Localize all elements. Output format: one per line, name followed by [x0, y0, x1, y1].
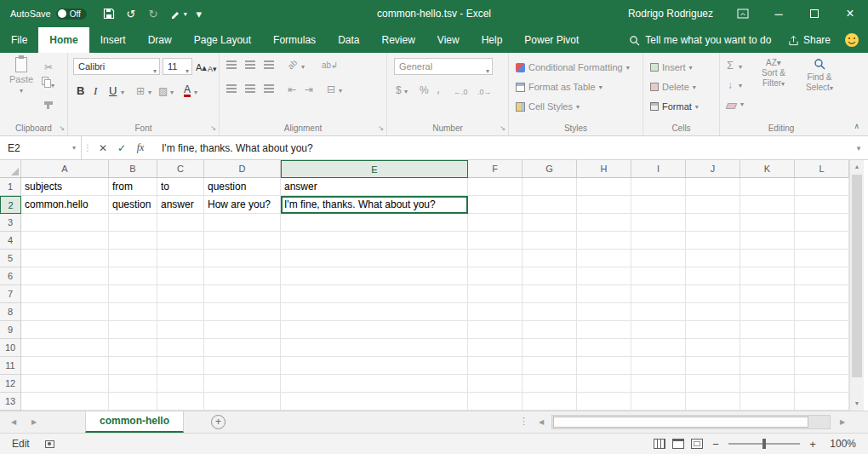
grow-font-button[interactable]: A▴: [196, 60, 207, 75]
cell-I4[interactable]: [631, 232, 686, 250]
cell-D3[interactable]: [204, 214, 281, 232]
row-header-4[interactable]: 4: [0, 232, 21, 250]
cell-B13[interactable]: [109, 393, 157, 411]
cell-I9[interactable]: [631, 321, 686, 339]
cell-G12[interactable]: [523, 375, 577, 393]
close-button[interactable]: ×: [832, 0, 868, 27]
cell-G1[interactable]: [523, 178, 577, 196]
merge-center-dropdown-icon[interactable]: ▾: [339, 87, 342, 95]
cell-H13[interactable]: [577, 393, 631, 411]
cell-B1[interactable]: from: [109, 178, 157, 196]
cell-B2[interactable]: question: [109, 196, 157, 214]
zoom-slider[interactable]: [728, 443, 800, 445]
autosum-button[interactable]: Σ: [727, 59, 734, 72]
horizontal-scrollbar-thumb[interactable]: [553, 417, 808, 428]
sort-filter-button[interactable]: AZ▾ Sort & Filter▾: [752, 58, 795, 89]
vertical-scrollbar[interactable]: ▲ ▼: [849, 160, 864, 411]
comma-style-button[interactable]: ,: [437, 82, 440, 95]
zoom-percentage[interactable]: 100%: [825, 438, 856, 450]
cell-G8[interactable]: [523, 303, 577, 321]
cell-J12[interactable]: [686, 375, 740, 393]
insert-dropdown-icon[interactable]: ▾: [689, 64, 693, 72]
cell-C12[interactable]: [157, 375, 204, 393]
customize-qat-button[interactable]: ▾: [189, 3, 209, 24]
cell-K7[interactable]: [740, 285, 795, 303]
number-format-combo[interactable]: General▾: [394, 58, 493, 75]
align-right-button[interactable]: [264, 83, 274, 95]
cut-button[interactable]: ✂: [44, 60, 53, 74]
column-header-B[interactable]: B: [109, 160, 157, 178]
cell-L7[interactable]: [795, 285, 849, 303]
cell-A10[interactable]: [21, 339, 109, 357]
cell-E11[interactable]: [281, 357, 468, 375]
view-normal-button[interactable]: [654, 439, 665, 449]
cell-C7[interactable]: [157, 285, 204, 303]
autosum-dropdown-icon[interactable]: ▾: [739, 63, 742, 71]
cell-D11[interactable]: [204, 357, 281, 375]
row-header-2[interactable]: 2: [0, 196, 21, 214]
tab-data[interactable]: Data: [327, 27, 370, 53]
cell-I1[interactable]: [631, 178, 686, 196]
zoom-slider-thumb[interactable]: [762, 439, 766, 449]
formula-input[interactable]: I'm fine, thanks. What about you?: [150, 142, 849, 154]
cell-H1[interactable]: [577, 178, 631, 196]
row-header-10[interactable]: 10: [0, 339, 21, 357]
cell-B4[interactable]: [109, 232, 157, 250]
cell-H7[interactable]: [577, 285, 631, 303]
align-top-button[interactable]: [226, 60, 237, 72]
align-left-button[interactable]: [226, 83, 237, 95]
increase-indent-button[interactable]: ⇥: [305, 83, 313, 96]
cell-G10[interactable]: [523, 339, 577, 357]
view-page-break-button[interactable]: [691, 439, 703, 449]
bold-button[interactable]: B: [77, 83, 84, 99]
cell-A3[interactable]: [21, 214, 109, 232]
column-header-G[interactable]: G: [523, 160, 577, 178]
cell-J11[interactable]: [686, 357, 740, 375]
row-header-13[interactable]: 13: [0, 393, 21, 411]
cell-E1[interactable]: answer: [281, 178, 468, 196]
clear-dropdown-icon[interactable]: ▾: [740, 101, 744, 108]
ink-button[interactable]: [165, 3, 186, 24]
tab-page-layout[interactable]: Page Layout: [183, 27, 262, 53]
orientation-dropdown-icon[interactable]: ▾: [301, 63, 305, 71]
hscroll-left-icon[interactable]: ◀: [533, 411, 550, 433]
cell-E10[interactable]: [281, 339, 468, 357]
cell-A1[interactable]: subjects: [21, 178, 109, 196]
copy-button[interactable]: ▾: [44, 78, 54, 90]
cell-I2[interactable]: [631, 196, 686, 214]
cell-L3[interactable]: [795, 214, 849, 232]
cell-F7[interactable]: [468, 285, 523, 303]
cell-J13[interactable]: [686, 393, 740, 411]
cell-I8[interactable]: [631, 303, 686, 321]
cell-B6[interactable]: [109, 267, 157, 285]
cell-H4[interactable]: [577, 232, 631, 250]
cell-I3[interactable]: [631, 214, 686, 232]
cell-E2[interactable]: I'm fine, thanks. What about you?: [281, 196, 468, 214]
cancel-button[interactable]: ✕: [94, 142, 112, 154]
font-dialog-launcher[interactable]: ↘: [210, 125, 216, 132]
column-header-F[interactable]: F: [468, 160, 523, 178]
cell-A2[interactable]: common.hello: [21, 196, 109, 214]
cell-A9[interactable]: [21, 321, 109, 339]
cell-K6[interactable]: [740, 267, 795, 285]
cell-J1[interactable]: [686, 178, 740, 196]
cell-I11[interactable]: [631, 357, 686, 375]
font-name-dropdown-icon[interactable]: ▾: [153, 64, 157, 79]
cell-D10[interactable]: [204, 339, 281, 357]
column-header-H[interactable]: H: [577, 160, 631, 178]
cell-B3[interactable]: [109, 214, 157, 232]
cell-F9[interactable]: [468, 321, 523, 339]
zoom-out-button[interactable]: −: [710, 438, 722, 451]
delete-dropdown-icon[interactable]: ▾: [693, 83, 696, 91]
cell-G3[interactable]: [523, 214, 577, 232]
tab-review[interactable]: Review: [370, 27, 425, 53]
cell-I5[interactable]: [631, 250, 686, 267]
tab-formulas[interactable]: Formulas: [262, 27, 327, 53]
font-size-dropdown-icon[interactable]: ▾: [186, 64, 189, 79]
expand-formula-bar-icon[interactable]: ▾: [849, 144, 868, 152]
cell-K3[interactable]: [740, 214, 795, 232]
cell-I6[interactable]: [631, 267, 686, 285]
cell-B9[interactable]: [109, 321, 157, 339]
ribbon-display-options-button[interactable]: [725, 0, 761, 27]
format-dropdown-icon[interactable]: ▾: [695, 103, 699, 111]
